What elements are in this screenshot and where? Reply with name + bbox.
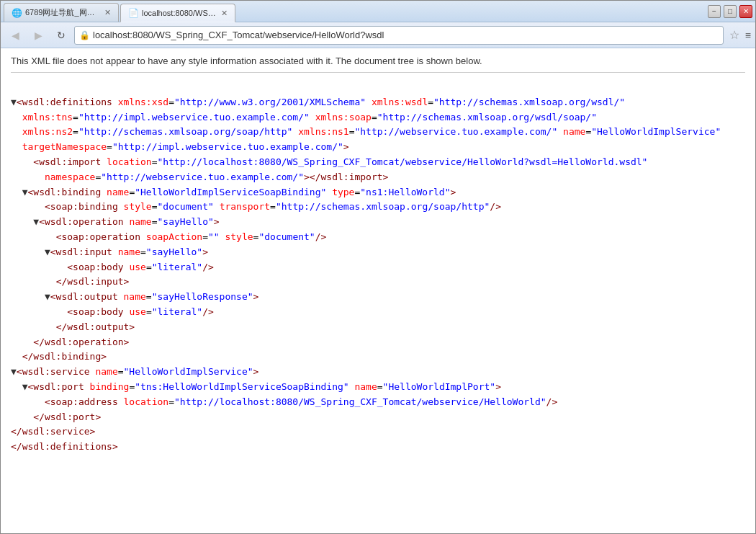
xml-display: ▼<wsdl:definitions xmlns:xsd="http://www…: [11, 80, 745, 470]
xml-line16: </wsdl:output>: [11, 321, 135, 332]
bookmark-star-icon[interactable]: ☆: [729, 28, 739, 42]
xml-line12: <soap:body use="literal"/>: [11, 262, 214, 272]
tab-favicon-1: 🌐: [12, 8, 22, 18]
window-controls: − □ ✕: [708, 5, 752, 18]
xml-line1: ▼<wsdl:definitions xmlns:xsd="http://www…: [11, 97, 625, 107]
xml-info-message: This XML file does not appear to have an…: [11, 55, 745, 73]
browser-window: 🌐 6789网址导航_网址大全... ✕ 📄 localhost:8080/WS…: [0, 0, 756, 534]
xml-line6: namespace="http://webservice.tuo.example…: [11, 172, 388, 182]
xml-line18: </wsdl:binding>: [11, 351, 107, 362]
xml-line24: </wsdl:definitions>: [11, 441, 118, 452]
xml-line15: <soap:body use="literal"/>: [11, 306, 214, 317]
collapse-arrow-4[interactable]: ▼: [45, 246, 50, 257]
tab-bar: 🌐 6789网址导航_网址大全... ✕ 📄 localhost:8080/WS…: [4, 1, 703, 22]
xml-line22: </wsdl:port>: [11, 411, 101, 422]
menu-icon[interactable]: ≡: [745, 30, 751, 41]
back-button[interactable]: ◀: [5, 26, 25, 45]
collapse-arrow-6[interactable]: ▼: [11, 366, 17, 377]
xml-line3: xmlns:ns2="http://schemas.xmlsoap.org/so…: [11, 126, 721, 137]
xml-line8: <soap:binding style="document" transport…: [11, 201, 501, 212]
tab-favicon-2: 📄: [128, 8, 138, 18]
xml-line17: </wsdl:operation>: [11, 337, 129, 347]
xml-line23: </wsdl:service>: [11, 426, 95, 437]
xml-line19: ▼<wsdl:service name="HelloWorldImplServi…: [11, 366, 258, 377]
address-bar-container: 🔒: [74, 26, 724, 45]
title-bar: 🌐 6789网址导航_网址大全... ✕ 📄 localhost:8080/WS…: [1, 1, 755, 22]
content-area: This XML file does not appear to have an…: [1, 48, 755, 533]
xml-line20: ▼<wsdl:port binding="tns:HelloWorldImplS…: [11, 381, 501, 392]
xml-line11: ▼<wsdl:input name="sayHello">: [11, 246, 208, 257]
xml-line2: xmlns:tns="http://impl.webservice.tuo.ex…: [11, 112, 597, 123]
tab-label-1: 6789网址导航_网址大全...: [25, 7, 101, 18]
xml-line21: <soap:address location="http://localhost…: [11, 396, 557, 407]
navigation-bar: ◀ ▶ ↻ 🔒 ☆ ≡: [1, 22, 755, 48]
xml-line13: </wsdl:input>: [11, 276, 129, 287]
address-input[interactable]: [93, 30, 719, 40]
tab-6789[interactable]: 🌐 6789网址导航_网址大全... ✕: [4, 3, 119, 22]
xml-line7: ▼<wsdl:binding name="HelloWorldImplServi…: [11, 187, 456, 197]
xml-line4: targetNamespace="http://impl.webservice.…: [11, 141, 349, 152]
minimize-button[interactable]: −: [708, 5, 721, 18]
tab-close-2[interactable]: ✕: [221, 9, 228, 18]
close-button[interactable]: ✕: [739, 5, 752, 18]
collapse-arrow-5[interactable]: ▼: [45, 291, 50, 302]
tab-localhost[interactable]: 📄 localhost:8080/WS_Spri... ✕: [120, 4, 235, 22]
xml-line10: <soap:operation soapAction="" style="doc…: [11, 231, 326, 242]
xml-line5: <wsdl:import location="http://localhost:…: [11, 156, 647, 167]
collapse-arrow-3[interactable]: ▼: [33, 216, 39, 227]
xml-line9: ▼<wsdl:operation name="sayHello">: [11, 216, 220, 227]
tab-close-1[interactable]: ✕: [104, 8, 111, 17]
forward-button[interactable]: ▶: [28, 26, 48, 45]
xml-line14: ▼<wsdl:output name="sayHelloResponse">: [11, 291, 258, 302]
tab-label-2: localhost:8080/WS_Spri...: [142, 9, 217, 17]
maximize-button[interactable]: □: [724, 5, 737, 18]
collapse-arrow-1[interactable]: ▼: [11, 97, 17, 107]
address-lock-icon: 🔒: [79, 30, 90, 40]
reload-button[interactable]: ↻: [51, 26, 71, 45]
